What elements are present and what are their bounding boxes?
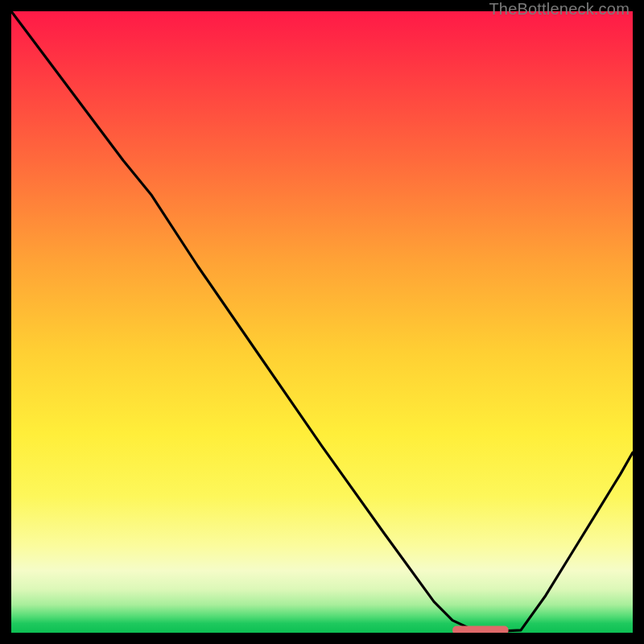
watermark-text: TheBottleneck.com	[489, 0, 630, 19]
chart-svg	[11, 11, 633, 633]
optimal-range-marker	[452, 626, 509, 634]
plot-area	[11, 11, 633, 633]
bottleneck-curve	[11, 11, 633, 631]
chart-frame: TheBottleneck.com	[11, 11, 633, 633]
